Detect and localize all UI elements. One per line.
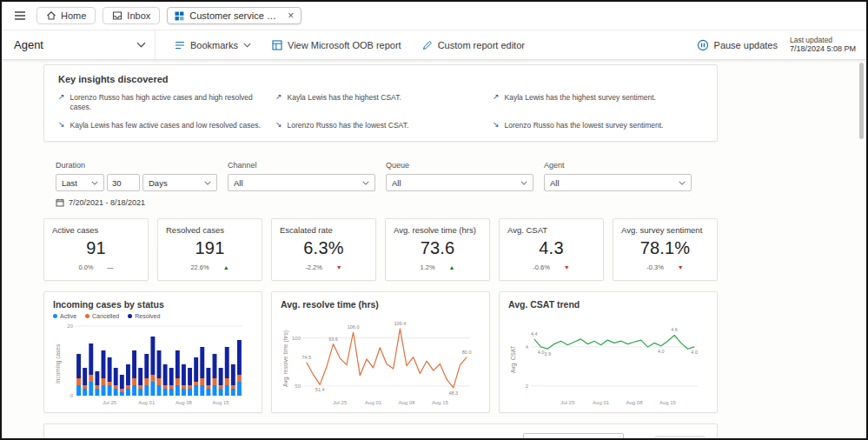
chevron-down-icon	[679, 181, 686, 185]
legend-item-active[interactable]: Active	[53, 313, 76, 319]
legend-dot	[53, 314, 57, 318]
kpi-escalated-rate: Escalated rate 6.3% -2.2%▼	[271, 218, 376, 281]
date-range: 7/20/2021 - 8/18/2021	[56, 198, 866, 207]
line-chart[interactable]: 244.44.03.94.04.64.0Jul 25Aug 01Aug 08Au…	[517, 311, 708, 407]
kpi-value: 191	[166, 238, 254, 258]
svg-text:51.4: 51.4	[315, 388, 325, 393]
svg-text:Aug 08: Aug 08	[626, 400, 644, 405]
insight-text: Kayla Lewis has the highest CSAT.	[288, 93, 401, 103]
kpi-row: Active cases 91 0.0%— Resolved cases 191…	[43, 218, 866, 281]
duration-count-input[interactable]	[107, 174, 140, 191]
trend-up-right-icon: ↗	[58, 93, 65, 102]
svg-text:Jul 25: Jul 25	[560, 400, 575, 405]
kpi-value: 6.3%	[280, 238, 368, 258]
vertical-scrollbar[interactable]	[859, 63, 864, 139]
trend-down-icon: ▼	[564, 264, 570, 270]
report-view-selector[interactable]: Agent	[2, 30, 156, 59]
svg-text:48.3: 48.3	[448, 390, 458, 396]
trend-down-right-icon: ↘	[275, 121, 282, 130]
kpi-label: Avg. survey sentiment	[621, 225, 709, 235]
channel-dropdown[interactable]: All	[228, 174, 375, 191]
tab-customer-service-historical[interactable]: Customer service his... ×	[167, 7, 301, 24]
svg-text:0: 0	[70, 393, 74, 398]
key-insights-card: Key insights discovered ↗ Lorenzo Russo …	[43, 64, 718, 142]
duration-unit-value: Days	[149, 178, 168, 188]
legend-item-resolved[interactable]: Resolved	[128, 313, 160, 319]
svg-text:109.4: 109.4	[394, 321, 406, 326]
kpi-delta: -0.3%	[646, 263, 664, 271]
trend-up-icon: ▲	[223, 264, 229, 270]
custom-report-editor-button[interactable]: Custom report editor	[412, 30, 535, 59]
svg-text:4.6: 4.6	[671, 328, 678, 333]
insight-grid: ↗ Lorenzo Russo has high active cases an…	[58, 93, 703, 130]
pause-icon	[697, 39, 709, 51]
svg-text:Jul 25: Jul 25	[333, 400, 348, 405]
svg-text:Aug 01: Aug 01	[365, 400, 382, 405]
kpi-value: 4.3	[507, 238, 595, 258]
svg-text:Aug 01: Aug 01	[593, 400, 610, 405]
tab-home[interactable]: Home	[36, 7, 96, 24]
queue-dropdown[interactable]: All	[386, 174, 533, 191]
kpi-avg-survey-sentiment: Avg. survey sentiment 78.1% -0.3%▼	[613, 218, 718, 281]
svg-text:100: 100	[292, 336, 301, 341]
kpi-label: Resolved cases	[166, 225, 254, 235]
tab-inbox-label: Inbox	[127, 10, 150, 21]
channel-label: Channel	[228, 161, 375, 170]
chevron-down-icon	[243, 43, 251, 48]
duration-mode-value: Last	[62, 178, 77, 188]
hamburger-menu-icon[interactable]	[10, 6, 30, 25]
kpi-delta: 0.0%	[78, 263, 93, 271]
chart-row: Incoming cases by status Active Cancelle…	[43, 291, 866, 413]
queue-label: Queue	[386, 161, 533, 170]
insight-item: ↗ Lorenzo Russo has high active cases an…	[58, 93, 268, 112]
agent-dropdown[interactable]: All	[544, 174, 692, 191]
bookmarks-button[interactable]: Bookmarks	[164, 30, 262, 59]
duration-mode-dropdown[interactable]: Last	[56, 174, 104, 191]
svg-text:Aug 08: Aug 08	[399, 400, 416, 405]
agent-value: All	[550, 178, 560, 188]
insight-item: ↘ Kayla Lewis has few active cases and l…	[58, 121, 268, 130]
legend-dot	[85, 314, 89, 318]
insight-item: ↗ Kayla Lewis has the highest CSAT.	[275, 93, 486, 112]
pause-updates-button[interactable]: Pause updates	[697, 39, 778, 51]
eraser-icon[interactable]	[631, 435, 648, 438]
last-updated-label: Last updated	[790, 36, 856, 45]
view-oob-report-button[interactable]: View Microsoft OOB report	[262, 30, 412, 59]
line-chart[interactable]: 5010074.551.493.6106.0109.448.380.0Jul 2…	[289, 311, 480, 407]
kpi-avg-resolve-time: Avg. resolve time (hrs) 73.6 1.2%▲	[385, 218, 490, 281]
svg-text:4.0: 4.0	[538, 350, 545, 355]
duration-label: Duration	[56, 161, 217, 170]
bookmarks-icon	[175, 41, 185, 50]
svg-text:106.0: 106.0	[348, 324, 360, 330]
kpi-value: 78.1%	[621, 238, 709, 258]
legend-label: Resolved	[135, 313, 160, 319]
legend-label: Active	[60, 313, 76, 319]
svg-text:50: 50	[295, 383, 301, 389]
kpi-value: 73.6	[394, 238, 481, 258]
y-axis-label: Incoming cases	[53, 321, 62, 407]
trend-up-right-icon: ↗	[493, 93, 500, 102]
inbox-icon	[112, 10, 123, 21]
svg-text:4.0: 4.0	[691, 350, 698, 355]
chevron-down-icon	[362, 181, 369, 185]
legend-item-cancelled[interactable]: Cancelled	[85, 313, 119, 319]
details-button[interactable]: Details	[655, 436, 705, 438]
svg-text:Aug 15: Aug 15	[213, 400, 230, 405]
close-tab-icon[interactable]: ×	[288, 10, 294, 21]
tab-inbox[interactable]: Inbox	[103, 7, 160, 24]
duration-unit-dropdown[interactable]: Days	[142, 174, 217, 191]
svg-text:4: 4	[526, 344, 529, 350]
kpi-label: Escalated rate	[280, 225, 368, 235]
chart-incoming-cases-by-status: Incoming cases by status Active Cancelle…	[43, 291, 262, 413]
search-box	[523, 433, 624, 438]
trend-down-right-icon: ↘	[493, 121, 500, 130]
last-updated: Last updated 7/18/2024 5:08 PM	[790, 36, 856, 55]
kpi-delta: -2.2%	[305, 263, 322, 271]
kpi-label: Avg. CSAT	[507, 225, 595, 235]
insight-item: ↗ Kayla Lewis has the highest survey sen…	[493, 93, 703, 112]
stacked-bar-chart[interactable]: 020Jul 25Aug 01Aug 08Aug 15	[62, 321, 253, 407]
report-canvas: Key insights discovered ↗ Lorenzo Russo …	[2, 59, 866, 438]
y-axis-label: Avg. CSAT	[508, 311, 517, 407]
session-tab-label: Customer service his...	[189, 10, 281, 21]
kpi-delta: -0.6%	[533, 263, 550, 271]
